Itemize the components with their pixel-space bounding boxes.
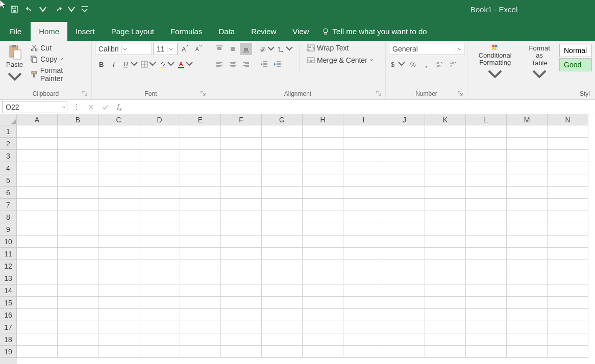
cell-F13[interactable] (221, 272, 262, 284)
cell-J13[interactable] (384, 272, 425, 284)
cell-N17[interactable] (548, 321, 588, 333)
cell-H1[interactable] (303, 125, 343, 138)
cell-I3[interactable] (343, 150, 384, 162)
row-header-9[interactable]: 9 (0, 223, 17, 236)
cell-L9[interactable] (466, 223, 507, 236)
cell-J16[interactable] (384, 309, 425, 321)
cell-J9[interactable] (384, 223, 425, 236)
cell-C8[interactable] (98, 211, 139, 223)
cell-D16[interactable] (139, 309, 180, 321)
cell-I8[interactable] (343, 211, 384, 223)
cell-D13[interactable] (139, 272, 180, 284)
cell-I6[interactable] (343, 187, 384, 199)
cell-N15[interactable] (548, 297, 588, 309)
cell-L10[interactable] (466, 236, 507, 248)
cell-G6[interactable] (262, 187, 303, 199)
cell-G14[interactable] (262, 284, 303, 297)
cell-N16[interactable] (548, 309, 588, 321)
cell-D6[interactable] (139, 187, 180, 199)
wrap-text-button[interactable]: abc Wrap Text (305, 43, 376, 53)
format-as-table-button[interactable]: Format as Table (522, 43, 557, 87)
cell-J5[interactable] (384, 174, 425, 187)
cell-B5[interactable] (58, 174, 98, 187)
style-normal[interactable]: Normal (559, 44, 592, 57)
row-header-14[interactable]: 14 (0, 284, 17, 297)
cell-E7[interactable] (180, 199, 221, 211)
cell-M11[interactable] (507, 248, 548, 260)
cell-C15[interactable] (98, 297, 139, 309)
cell-M17[interactable] (507, 321, 548, 333)
font-name-combo[interactable]: Calibri (95, 43, 152, 55)
decrease-decimal-button[interactable]: .00.0 (447, 58, 459, 70)
cell-B9[interactable] (58, 223, 98, 236)
cell-L7[interactable] (466, 199, 507, 211)
cell-L14[interactable] (466, 284, 507, 297)
cell-B1[interactable] (58, 125, 98, 138)
cell-B18[interactable] (58, 333, 98, 346)
increase-indent-button[interactable] (271, 58, 284, 70)
cell-I16[interactable] (343, 309, 384, 321)
cell-G12[interactable] (262, 260, 303, 272)
cell-G16[interactable] (262, 309, 303, 321)
cell-D17[interactable] (139, 321, 180, 333)
cell-I1[interactable] (343, 125, 384, 138)
cell-F1[interactable] (221, 125, 262, 138)
cell-G5[interactable] (262, 174, 303, 187)
cell-E2[interactable] (180, 138, 221, 150)
cell-F6[interactable] (221, 187, 262, 199)
cell-L6[interactable] (466, 187, 507, 199)
cell-A2[interactable] (17, 138, 58, 150)
cell-C4[interactable] (98, 162, 139, 174)
cell-D2[interactable] (139, 138, 180, 150)
cell-J2[interactable] (384, 138, 425, 150)
cell-H8[interactable] (303, 211, 343, 223)
decrease-indent-button[interactable] (258, 58, 270, 70)
cut-button[interactable]: Cut (28, 43, 88, 53)
cell-I5[interactable] (343, 174, 384, 187)
cell-D4[interactable] (139, 162, 180, 174)
tab-page-layout[interactable]: Page Layout (103, 22, 162, 41)
cell-C2[interactable] (98, 138, 139, 150)
tab-review[interactable]: Review (243, 22, 284, 41)
qat-customize[interactable] (78, 2, 92, 16)
cell-H11[interactable] (303, 248, 343, 260)
tab-file[interactable]: File (0, 22, 31, 41)
cell-M16[interactable] (507, 309, 548, 321)
row-header-3[interactable]: 3 (0, 150, 17, 162)
cell-C12[interactable] (98, 260, 139, 272)
cell-D18[interactable] (139, 333, 180, 346)
row-header-12[interactable]: 12 (0, 260, 17, 272)
cell-A5[interactable] (17, 174, 58, 187)
column-header-F[interactable]: F (221, 114, 262, 125)
formula-input[interactable] (127, 101, 595, 113)
cell-E4[interactable] (180, 162, 221, 174)
align-top-button[interactable] (213, 43, 226, 55)
cell-E5[interactable] (180, 174, 221, 187)
cell-D3[interactable] (139, 150, 180, 162)
cell-N1[interactable] (548, 125, 588, 138)
cell-K12[interactable] (425, 260, 466, 272)
cell-C1[interactable] (98, 125, 139, 138)
cell-K15[interactable] (425, 297, 466, 309)
undo-button[interactable] (22, 2, 37, 16)
cell-A13[interactable] (17, 272, 58, 284)
row-header-18[interactable]: 18 (0, 333, 17, 346)
cell-H7[interactable] (303, 199, 343, 211)
cell-M8[interactable] (507, 211, 548, 223)
cell-L11[interactable] (466, 248, 507, 260)
row-header-16[interactable]: 16 (0, 309, 17, 321)
cell-J17[interactable] (384, 321, 425, 333)
cell-C13[interactable] (98, 272, 139, 284)
underline-button[interactable]: U (121, 58, 139, 70)
cell-J1[interactable] (384, 125, 425, 138)
cell-H6[interactable] (303, 187, 343, 199)
cell-G11[interactable] (262, 248, 303, 260)
row-header-5[interactable]: 5 (0, 174, 17, 187)
cell-H4[interactable] (303, 162, 343, 174)
cell-D19[interactable] (139, 346, 180, 358)
cell-M15[interactable] (507, 297, 548, 309)
cell-H3[interactable] (303, 150, 343, 162)
cell-F17[interactable] (221, 321, 262, 333)
cell-N19[interactable] (548, 346, 588, 358)
cell-B17[interactable] (58, 321, 98, 333)
